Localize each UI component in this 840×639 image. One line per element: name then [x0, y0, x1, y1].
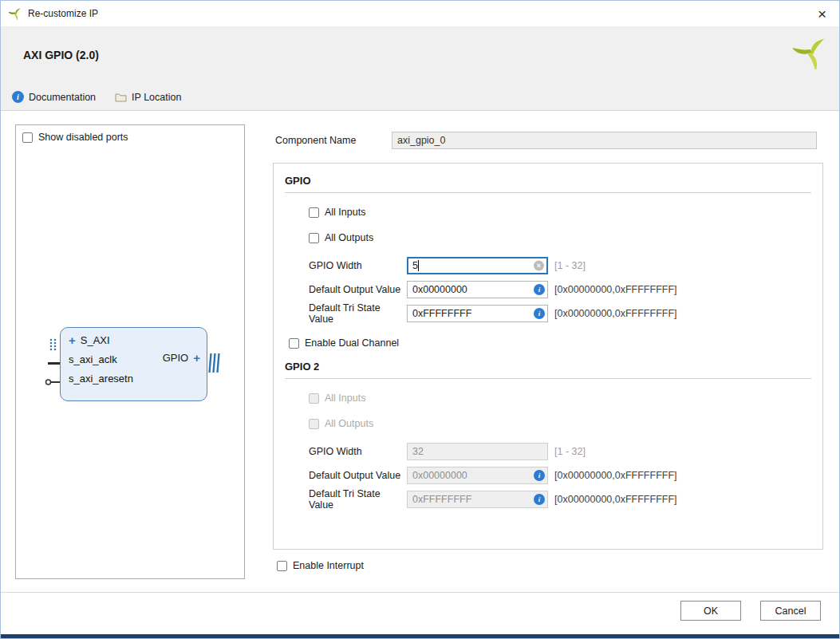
enable-interrupt-label: Enable Interrupt [293, 560, 364, 571]
titlebar: Re-customize IP × [1, 1, 839, 26]
enable-interrupt-checkbox[interactable] [277, 561, 287, 571]
cancel-button[interactable]: Cancel [760, 601, 821, 621]
default-output-input[interactable] [407, 281, 548, 298]
port-s-axi-aclk-label: s_axi_aclk [69, 353, 117, 365]
ports-expand-bars-icon[interactable] [208, 353, 220, 376]
info-icon: i [12, 91, 24, 103]
gpio2-all-inputs-checkbox [309, 393, 319, 404]
default-output-field: i [407, 281, 548, 298]
recustomize-ip-dialog: Re-customize IP × AXI GPIO (2.0) i Docum… [0, 0, 840, 639]
xilinx-logo-icon [793, 36, 828, 72]
show-disabled-ports-checkbox[interactable] [22, 132, 33, 143]
config-panel: GPIO All Inputs All Outputs GPIO Width ×… [273, 163, 823, 550]
port-s-axi-label: S_AXI [81, 334, 110, 346]
gpio2-width-row: GPIO Width [1 - 32] [309, 443, 811, 460]
interface-dots-icon [49, 338, 57, 353]
gpio-section-title: GPIO [285, 175, 811, 193]
footer-divider [1, 592, 839, 593]
port-s-axi-aresetn: s_axi_aresetn [69, 373, 133, 385]
show-disabled-ports-label: Show disabled ports [38, 132, 128, 143]
expand-plus-icon[interactable]: + [69, 336, 76, 345]
enable-dual-channel-checkbox[interactable] [289, 338, 299, 349]
gpio2-all-outputs-row: All Outputs [309, 417, 811, 430]
gpio2-default-output-row: Default Output Value i [0x00000000,0xFFF… [309, 467, 811, 484]
gpio-width-hint: [1 - 32] [554, 260, 586, 271]
default-output-hint: [0x00000000,0xFFFFFFFF] [554, 284, 677, 295]
gpio2-width-field [407, 443, 548, 460]
info-icon[interactable]: i [534, 284, 545, 295]
gpio-width-label: GPIO Width [309, 260, 407, 271]
gpio2-section-title: GPIO 2 [285, 361, 811, 379]
gpio-expand-plus-icon[interactable]: + [193, 353, 200, 363]
info-icon[interactable]: i [534, 308, 545, 319]
gpio2-default-output-field: i [407, 467, 548, 484]
gpio2-width-label: GPIO Width [309, 446, 407, 457]
documentation-link[interactable]: i Documentation [12, 91, 96, 103]
gpio-width-input[interactable] [407, 257, 548, 274]
gpio2-tri-state-input [407, 491, 548, 508]
tri-state-field: i [407, 305, 548, 322]
ip-title: AXI GPIO (2.0) [23, 49, 99, 61]
tri-state-label: Default Tri State Value [309, 302, 407, 325]
ok-button[interactable]: OK [680, 601, 741, 621]
component-name-input[interactable] [392, 132, 817, 149]
enable-dual-channel-row[interactable]: Enable Dual Channel [289, 337, 811, 349]
gpio2-default-output-input [407, 467, 548, 484]
all-outputs-label: All Outputs [325, 232, 373, 243]
port-s-axi: + S_AXI [69, 334, 110, 346]
toolbar: i Documentation IP Location [12, 91, 181, 103]
ip-header: AXI GPIO (2.0) i Documentation IP Locati… [1, 26, 839, 111]
default-output-label: Default Output Value [309, 284, 407, 295]
port-s-axi-aresetn-label: s_axi_aresetn [69, 373, 133, 385]
close-icon[interactable]: × [813, 6, 831, 22]
gpio2-default-output-label: Default Output Value [309, 470, 407, 481]
tri-state-row: Default Tri State Value i [0x00000000,0x… [309, 305, 811, 322]
gpio-width-field: × [407, 257, 548, 274]
gpio2-tri-state-hint: [0x00000000,0xFFFFFFFF] [554, 494, 677, 505]
gpio-all-outputs-row[interactable]: All Outputs [309, 231, 811, 244]
documentation-label: Documentation [29, 92, 96, 103]
text-caret [418, 260, 419, 271]
port-s-axi-aclk: s_axi_aclk [69, 353, 117, 365]
bottom-accent-bar [1, 634, 839, 638]
all-outputs-checkbox[interactable] [309, 233, 319, 243]
component-name-row: Component Name [275, 131, 817, 150]
port-gpio-label: GPIO [163, 352, 189, 364]
info-icon: i [534, 494, 545, 505]
window-title: Re-customize IP [28, 8, 98, 19]
gpio2-all-outputs-label: All Outputs [325, 418, 373, 429]
folder-icon [115, 93, 127, 102]
gpio2-tri-state-field: i [407, 491, 548, 508]
gpio2-width-input [407, 443, 548, 460]
gpio2-tri-state-row: Default Tri State Value i [0x00000000,0x… [309, 491, 811, 508]
show-disabled-ports-row[interactable]: Show disabled ports [22, 132, 128, 143]
xilinx-mini-logo-icon [9, 7, 22, 20]
gpio2-all-outputs-checkbox [309, 419, 319, 429]
gpio-width-row: GPIO Width × [1 - 32] [309, 257, 811, 274]
enable-dual-channel-label: Enable Dual Channel [305, 337, 399, 349]
gpio-all-inputs-row[interactable]: All Inputs [309, 206, 811, 219]
gpio2-all-inputs-label: All Inputs [325, 392, 365, 404]
clear-icon[interactable]: × [534, 261, 544, 271]
gpio2-tri-state-label: Default Tri State Value [309, 488, 407, 511]
ip-location-label: IP Location [132, 92, 181, 103]
gpio2-width-hint: [1 - 32] [554, 446, 586, 457]
component-name-label: Component Name [275, 135, 392, 146]
info-icon: i [534, 470, 545, 481]
tri-state-input[interactable] [407, 305, 548, 322]
gpio2-all-inputs-row: All Inputs [309, 392, 811, 404]
all-inputs-checkbox[interactable] [309, 207, 319, 218]
ports-panel: Show disabled ports + S_AXI [15, 124, 245, 579]
enable-interrupt-row[interactable]: Enable Interrupt [277, 560, 364, 571]
all-inputs-label: All Inputs [325, 207, 365, 218]
ip-block[interactable]: + S_AXI s_axi_aclk s_axi_aresetn GPIO + [60, 327, 207, 401]
clock-pin-icon [48, 362, 61, 365]
ip-location-link[interactable]: IP Location [115, 92, 181, 103]
port-gpio: GPIO + [163, 352, 200, 364]
tri-state-hint: [0x00000000,0xFFFFFFFF] [554, 308, 677, 319]
default-output-row: Default Output Value i [0x00000000,0xFFF… [309, 281, 811, 298]
gpio2-default-output-hint: [0x00000000,0xFFFFFFFF] [554, 470, 677, 481]
reset-pin-icon [45, 377, 61, 389]
